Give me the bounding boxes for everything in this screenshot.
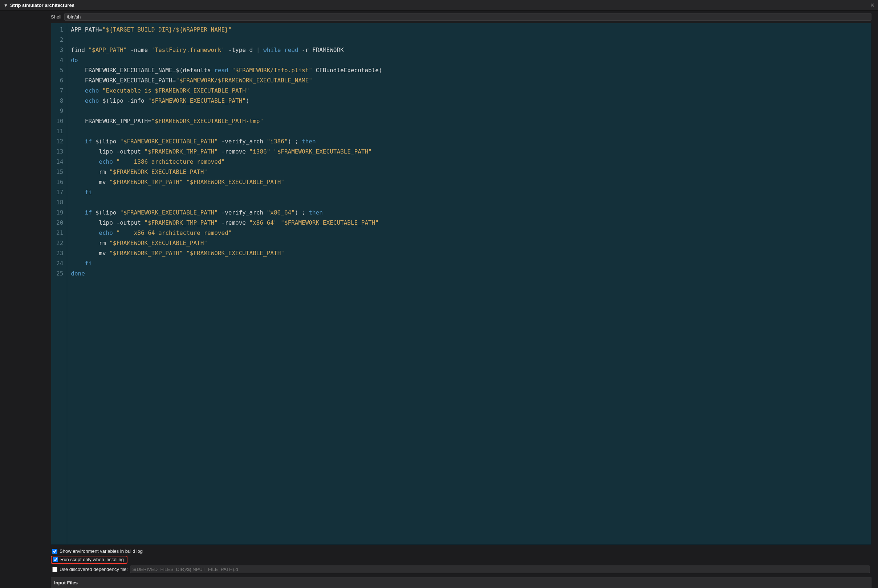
code-line[interactable]: lipo -output "$FRAMEWORK_TMP_PATH" -remo…: [71, 218, 867, 228]
close-icon[interactable]: ×: [870, 2, 874, 9]
shell-input[interactable]: [64, 13, 872, 21]
label-run-install-only: Run script only when installing: [60, 557, 124, 562]
code-line[interactable]: echo "Executable is $FRAMEWORK_EXECUTABL…: [71, 86, 867, 96]
code-line[interactable]: [71, 198, 867, 208]
code-line[interactable]: echo " i386 architecture removed": [71, 157, 867, 167]
code-line[interactable]: APP_PATH="${TARGET_BUILD_DIR}/${WRAPPER_…: [71, 25, 867, 35]
code-line[interactable]: [71, 126, 867, 136]
option-use-dep-file[interactable]: Use discovered dependency file:: [51, 565, 872, 574]
input-files-header[interactable]: Input Files: [51, 578, 872, 588]
code-line[interactable]: [71, 106, 867, 116]
code-line[interactable]: if $(lipo "$FRAMEWORK_EXECUTABLE_PATH" -…: [71, 136, 867, 147]
code-line[interactable]: do: [71, 55, 867, 65]
script-editor[interactable]: 1234567891011121314151617181920212223242…: [51, 23, 872, 545]
code-line[interactable]: fi: [71, 187, 867, 198]
code-line[interactable]: echo $(lipo -info "$FRAMEWORK_EXECUTABLE…: [71, 96, 867, 106]
checkbox-show-env[interactable]: [52, 549, 57, 554]
script-code[interactable]: APP_PATH="${TARGET_BUILD_DIR}/${WRAPPER_…: [67, 23, 871, 544]
dep-file-input[interactable]: [130, 566, 870, 573]
checkbox-run-install-only[interactable]: [53, 557, 58, 562]
code-line[interactable]: done: [71, 268, 867, 279]
code-line[interactable]: find "$APP_PATH" -name 'TestFairy.framew…: [71, 45, 867, 55]
shell-row: Shell: [51, 11, 872, 23]
code-line[interactable]: FRAMEWORK_EXECUTABLE_NAME=$(defaults rea…: [71, 65, 867, 75]
phase-header[interactable]: ▼ Strip simulator architectures ×: [0, 0, 878, 11]
options-area: Show environment variables in build log …: [51, 545, 872, 578]
code-line[interactable]: mv "$FRAMEWORK_TMP_PATH" "$FRAMEWORK_EXE…: [71, 177, 867, 187]
code-line[interactable]: rm "$FRAMEWORK_EXECUTABLE_PATH": [71, 167, 867, 177]
label-use-dep-file: Use discovered dependency file:: [60, 567, 128, 572]
code-line[interactable]: FRAMEWORK_EXECUTABLE_PATH="$FRAMEWORK/$F…: [71, 75, 867, 86]
code-line[interactable]: echo " x86_64 architecture removed": [71, 228, 867, 238]
shell-label: Shell: [51, 14, 62, 20]
code-line[interactable]: [71, 35, 867, 45]
label-show-env: Show environment variables in build log: [60, 548, 143, 554]
code-line[interactable]: FRAMEWORK_TMP_PATH="$FRAMEWORK_EXECUTABL…: [71, 116, 867, 126]
option-run-install-only[interactable]: Run script only when installing: [52, 557, 125, 562]
code-line[interactable]: fi: [71, 258, 867, 268]
disclosure-triangle-icon[interactable]: ▼: [4, 3, 8, 8]
code-line[interactable]: rm "$FRAMEWORK_EXECUTABLE_PATH": [71, 238, 867, 248]
highlight-run-install-only: Run script only when installing: [51, 556, 128, 564]
code-line[interactable]: if $(lipo "$FRAMEWORK_EXECUTABLE_PATH" -…: [71, 208, 867, 218]
option-show-env[interactable]: Show environment variables in build log: [51, 548, 872, 555]
code-line[interactable]: lipo -output "$FRAMEWORK_TMP_PATH" -remo…: [71, 147, 867, 157]
code-line[interactable]: mv "$FRAMEWORK_TMP_PATH" "$FRAMEWORK_EXE…: [71, 248, 867, 258]
checkbox-use-dep-file[interactable]: [52, 567, 57, 572]
phase-title: Strip simulator architectures: [10, 3, 74, 8]
line-gutter: 1234567891011121314151617181920212223242…: [51, 23, 67, 544]
